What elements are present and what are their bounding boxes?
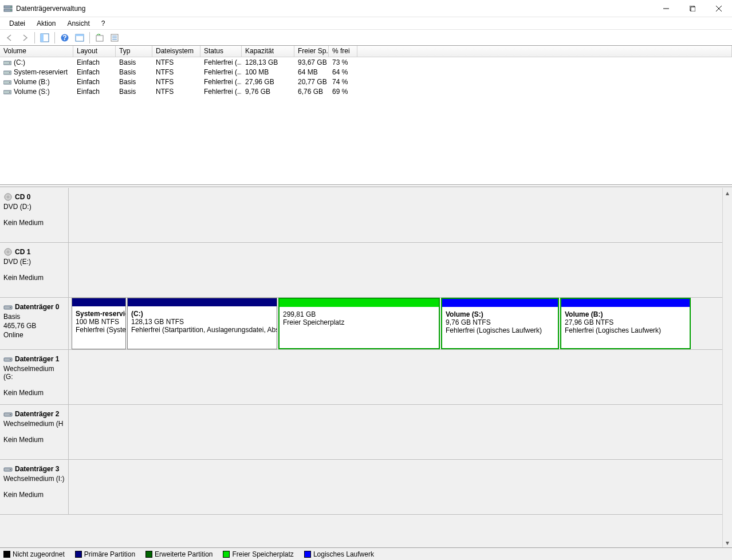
disk-info: Datenträger 1Wechselmedium (G:Kein Mediu… [0, 350, 69, 404]
svg-rect-14 [76, 34, 84, 36]
menubar: Datei Aktion Ansicht ? [0, 17, 732, 30]
back-button[interactable] [3, 31, 17, 45]
disk-body: System-reservie100 MB NTFSFehlerfrei (Sy… [69, 298, 732, 349]
svg-point-33 [10, 307, 11, 308]
partition-color-bar [128, 298, 277, 306]
svg-point-37 [10, 414, 11, 415]
cell-pctfree: 64 % [329, 68, 357, 76]
disk-body [69, 243, 732, 297]
partition[interactable]: System-reservie100 MB NTFSFehlerfrei (Sy… [72, 298, 126, 349]
cell-volume: Volume (B:) [0, 78, 73, 86]
cell-type: Basis [116, 88, 152, 96]
volume-row[interactable]: (C:)EinfachBasisNTFSFehlerfrei (...128,1… [0, 57, 732, 67]
volume-row[interactable]: Volume (B:)EinfachBasisNTFSFehlerfrei (.… [0, 77, 732, 86]
cell-pctfree: 73 % [329, 58, 357, 66]
cell-free: 20,77 GB [294, 78, 329, 86]
volume-list-header: VolumeLayoutTypDateisystemStatusKapazitä… [0, 46, 732, 57]
legend-unallocated: Nicht zugeordnet [13, 550, 65, 558]
svg-text:?: ? [62, 34, 66, 42]
scroll-down-icon[interactable]: ▾ [723, 538, 733, 547]
app-icon [3, 4, 13, 13]
minimize-button[interactable] [653, 0, 679, 17]
swatch-freespace [223, 551, 230, 558]
volume-row[interactable]: Volume (S:)EinfachBasisNTFSFehlerfrei (.… [0, 86, 732, 96]
cell-capacity: 27,96 GB [242, 78, 294, 86]
disk-info: Datenträger 2Wechselmedium (HKein Medium [0, 405, 69, 459]
cell-status: Fehlerfrei (... [200, 68, 242, 76]
swatch-primary [75, 551, 82, 558]
swatch-unallocated [3, 551, 10, 558]
disk-graphical-pane[interactable]: CD 0DVD (D:)Kein MediumCD 1DVD (E:)Kein … [0, 187, 732, 547]
vertical-scrollbar[interactable]: ▴ ▾ [722, 188, 732, 547]
swatch-extended [145, 551, 152, 558]
column-header-volume[interactable]: Volume [0, 46, 73, 57]
cell-layout: Einfach [73, 68, 116, 76]
cell-fs: NTFS [152, 68, 200, 76]
disk-info: CD 0DVD (D:)Kein Medium [0, 188, 69, 242]
disk-row[interactable]: Datenträger 0Basis465,76 GBOnlineSystem-… [0, 298, 732, 350]
show-hide-console-tree-button[interactable] [38, 31, 52, 45]
partition[interactable]: 299,81 GBFreier Speicherplatz [278, 298, 440, 349]
cell-type: Basis [116, 58, 152, 66]
menu-action[interactable]: Aktion [31, 18, 61, 29]
cell-capacity: 9,76 GB [242, 88, 294, 96]
partition-color-bar [561, 299, 690, 307]
menu-view[interactable]: Ansicht [61, 18, 95, 29]
cell-free: 93,67 GB [294, 58, 329, 66]
cell-free: 64 MB [294, 68, 329, 76]
disk-row[interactable]: CD 1DVD (E:)Kein Medium [0, 243, 732, 298]
column-header-free[interactable]: Freier Sp... [294, 46, 329, 57]
cell-status: Fehlerfrei (... [200, 78, 242, 86]
disk-row[interactable]: Datenträger 2Wechselmedium (HKein Medium [0, 405, 732, 460]
column-header-status[interactable]: Status [200, 46, 242, 57]
legend-primary: Primäre Partition [84, 550, 135, 558]
partition-label: System-reservie100 MB NTFSFehlerfrei (Sy… [72, 306, 125, 349]
cell-volume: System-reserviert [0, 68, 73, 76]
menu-help[interactable]: ? [96, 18, 111, 29]
disk-info: Datenträger 0Basis465,76 GBOnline [0, 298, 69, 349]
maximize-button[interactable] [679, 0, 706, 17]
column-header-layout[interactable]: Layout [73, 46, 116, 57]
scroll-up-icon[interactable]: ▴ [723, 188, 733, 198]
volume-list[interactable]: VolumeLayoutTypDateisystemStatusKapazitä… [0, 46, 732, 185]
legend-logical: Logisches Laufwerk [313, 550, 374, 558]
cell-type: Basis [116, 68, 152, 76]
column-header-capacity[interactable]: Kapazität [242, 46, 294, 57]
partition[interactable]: Volume (S:)9,76 GB NTFSFehlerfrei (Logis… [441, 298, 559, 349]
partition-color-bar [72, 298, 125, 306]
column-header-fs[interactable]: Dateisystem [152, 46, 200, 57]
forward-button[interactable] [18, 31, 32, 45]
partition-label: 299,81 GBFreier Speicherplatz [280, 307, 439, 348]
svg-point-29 [7, 196, 9, 198]
cell-pctfree: 69 % [329, 88, 357, 96]
refresh-button[interactable] [93, 31, 107, 45]
list-button[interactable] [108, 31, 121, 45]
partition-label: (C:)128,13 GB NTFSFehlerfrei (Startparti… [128, 306, 277, 349]
toolbar: ? [0, 30, 732, 46]
svg-point-35 [10, 359, 11, 360]
cell-layout: Einfach [73, 78, 116, 86]
disk-body [69, 350, 732, 404]
menu-file[interactable]: Datei [3, 18, 31, 29]
column-header-pctfree[interactable]: % frei [329, 46, 357, 57]
partition-color-bar [442, 299, 558, 307]
help-button[interactable]: ? [58, 31, 72, 45]
topic-button[interactable] [73, 31, 86, 45]
disk-row[interactable]: CD 0DVD (D:)Kein Medium [0, 188, 732, 243]
svg-point-23 [9, 72, 10, 73]
svg-point-21 [9, 62, 10, 64]
svg-point-3 [10, 10, 11, 11]
cell-volume: Volume (S:) [0, 88, 73, 96]
partition-color-bar [280, 299, 439, 307]
cell-type: Basis [116, 78, 152, 86]
column-header-type[interactable]: Typ [116, 46, 152, 57]
disk-row[interactable]: Datenträger 1Wechselmedium (G:Kein Mediu… [0, 350, 732, 405]
volume-row[interactable]: System-reserviertEinfachBasisNTFSFehlerf… [0, 67, 732, 77]
legend-freespace: Freier Speicherplatz [232, 550, 293, 558]
disk-row[interactable]: Datenträger 3Wechselmedium (I:)Kein Medi… [0, 460, 732, 515]
close-button[interactable] [706, 0, 732, 17]
cell-layout: Einfach [73, 88, 116, 96]
svg-point-31 [7, 251, 9, 253]
partition[interactable]: (C:)128,13 GB NTFSFehlerfrei (Startparti… [127, 298, 277, 349]
partition[interactable]: Volume (B:)27,96 GB NTFSFehlerfrei (Logi… [560, 298, 691, 349]
